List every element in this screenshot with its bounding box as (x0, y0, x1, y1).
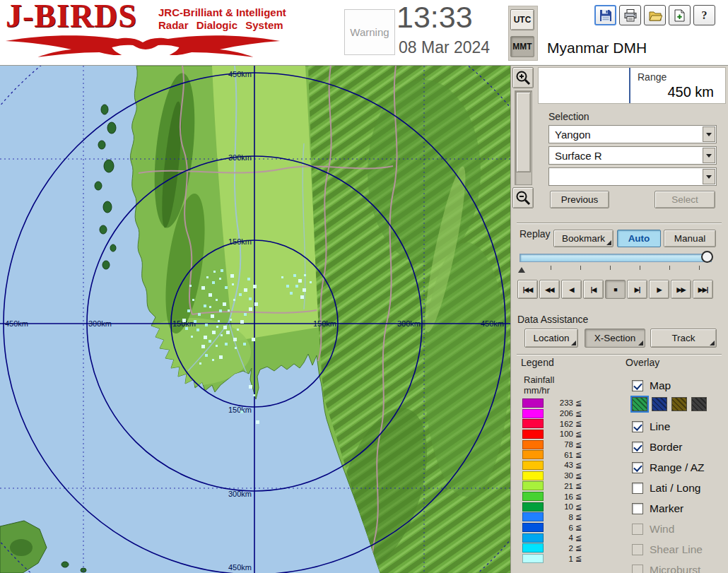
import-icon (673, 8, 687, 23)
range-ring-label: 300km (397, 319, 421, 328)
legend-value: 1 (544, 555, 573, 563)
x-section-button[interactable]: X-Section (585, 329, 645, 348)
previous-button[interactable]: Previous (550, 191, 609, 208)
replay-slider-start-marker (518, 264, 525, 273)
overlay-row-microburst: Microburst (632, 563, 700, 573)
shear-line-checkbox (632, 544, 643, 555)
map-scrollbar[interactable] (515, 90, 532, 185)
legend-lte-symbol: ≦ (575, 419, 582, 428)
site-select-value: Yangon (555, 129, 591, 141)
save-button[interactable] (594, 5, 616, 25)
slider-tick (640, 266, 640, 270)
legend-row: 6≦ (522, 522, 582, 533)
line-checkbox[interactable] (632, 421, 643, 432)
slider-tick (551, 266, 551, 270)
shear-line-label: Shear Line (650, 543, 703, 556)
zoom-out-button[interactable] (512, 187, 534, 208)
playback-skip-to-end-button[interactable]: ▶▶| (693, 280, 713, 299)
eagle-logo-icon (3, 33, 283, 58)
legend-unit-line2: mm/hr (524, 385, 550, 396)
zoom-in-button[interactable] (512, 67, 534, 88)
legend-value: 8 (544, 513, 573, 521)
playback-step-forward-button[interactable]: ▶| (627, 280, 647, 299)
header: J-BIRDS JRC-Brilliant & Intelligent Rada… (0, 0, 728, 66)
clock-date: 08 Mar 2024 (399, 38, 490, 57)
separator (517, 354, 722, 355)
legend-color-swatch (522, 502, 544, 512)
legend-row: 206≦ (522, 408, 582, 419)
auto-button[interactable]: Auto (617, 230, 661, 247)
import-button[interactable] (669, 5, 691, 25)
track-button[interactable]: Track (650, 329, 717, 348)
product-select-dropdown-icon[interactable] (703, 148, 715, 163)
site-select-dropdown-icon[interactable] (703, 126, 715, 142)
legend-color-swatch (522, 492, 544, 501)
select-button[interactable]: Select (654, 191, 715, 208)
map-style-swatches (632, 397, 707, 411)
manual-button[interactable]: Manual (664, 230, 716, 247)
playback-play-button[interactable]: ▶ (649, 280, 669, 299)
overlay-row-line: Line (632, 420, 670, 434)
playback-stop-button[interactable]: ■ (605, 280, 626, 299)
playback-skip-to-start-button[interactable]: |◀◀ (517, 280, 538, 299)
legend-lte-symbol: ≦ (575, 554, 582, 563)
legend-value: 30 (544, 471, 573, 480)
legend-row: 10≦ (522, 502, 582, 512)
legend-lte-symbol: ≦ (575, 523, 582, 532)
legend-color-swatch (522, 419, 544, 428)
legend-value: 4 (544, 533, 573, 542)
wind-label: Wind (650, 523, 674, 536)
legend-value: 6 (544, 524, 573, 532)
map-style-swatch-0[interactable] (632, 397, 647, 411)
playback-fast-forward-button[interactable]: ▶▶ (671, 280, 691, 299)
legend-row: 100≦ (522, 429, 582, 439)
microburst-checkbox (632, 565, 643, 573)
playback-play-reverse-button[interactable]: ◀ (561, 280, 582, 299)
site-select[interactable]: Yangon (548, 125, 717, 143)
legend-color-swatch (522, 440, 544, 449)
logo-subtitle-line1: JRC-Brilliant & Intelligent (158, 6, 286, 18)
replay-slider-track[interactable] (519, 254, 712, 262)
overlay-row-wind: Wind (632, 522, 674, 536)
range-label: Range (638, 71, 667, 83)
range-ring-label: 300km (228, 490, 252, 498)
replay-slider-handle[interactable] (701, 251, 713, 263)
legend-color-swatch (522, 409, 544, 418)
product-select-value: Surface R (555, 150, 602, 162)
map-style-swatch-3[interactable] (691, 397, 707, 411)
utc-button[interactable]: UTC (510, 9, 534, 30)
bookmark-button[interactable]: Bookmark (553, 230, 613, 247)
legend-row: 16≦ (522, 491, 582, 502)
zoom-in-icon (515, 69, 532, 86)
slider-tick (580, 266, 581, 270)
print-button[interactable] (619, 5, 641, 25)
product-select[interactable]: Surface R (548, 146, 717, 165)
map-checkbox[interactable] (632, 380, 643, 391)
map-scrollbar-thumb[interactable] (516, 92, 531, 172)
help-button[interactable]: ? (693, 5, 715, 25)
lati-long-checkbox[interactable] (632, 483, 643, 494)
border-checkbox[interactable] (632, 442, 643, 453)
marker-checkbox[interactable] (632, 503, 643, 514)
playback-step-back-button[interactable]: |◀ (583, 280, 604, 299)
extra-select[interactable] (548, 167, 717, 186)
map-style-swatch-1[interactable] (652, 397, 667, 411)
marker-label: Marker (650, 502, 683, 515)
range-az-label: Range / AZ (650, 461, 705, 474)
open-folder-button[interactable] (644, 5, 666, 25)
location-button[interactable]: Location (524, 329, 578, 348)
range-ring-label: 300km (228, 153, 252, 162)
range-ring-label: 450km (228, 563, 252, 572)
legend-value: 43 (544, 461, 573, 469)
mmt-button[interactable]: MMT (510, 36, 534, 57)
extra-select-dropdown-icon[interactable] (703, 169, 715, 184)
map-label: Map (650, 379, 671, 392)
radar-map[interactable]: 150km150km150km150km300km300km300km300km… (0, 66, 510, 573)
zoom-out-icon (515, 189, 532, 206)
border-label: Border (650, 441, 683, 454)
range-az-checkbox[interactable] (632, 462, 643, 473)
legend-row: 233≦ (522, 398, 582, 408)
playback-fast-rewind-button[interactable]: ◀◀ (539, 280, 560, 299)
map-style-swatch-2[interactable] (671, 397, 687, 411)
microburst-label: Microburst (650, 564, 700, 573)
